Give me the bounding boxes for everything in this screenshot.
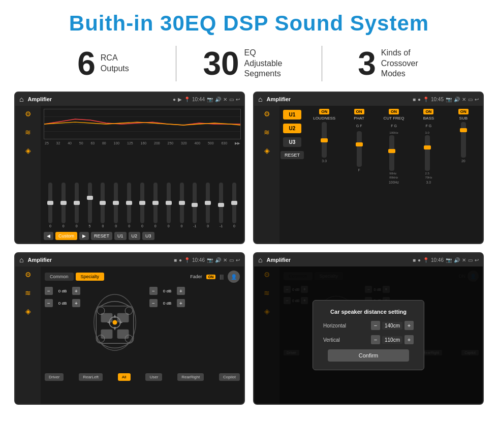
u2-btn[interactable]: U2: [129, 232, 141, 240]
confirm-button[interactable]: Confirm: [328, 349, 409, 362]
left-plus-2[interactable]: +: [72, 299, 80, 307]
reset-btn[interactable]: RESET: [91, 232, 112, 240]
loudness-slider[interactable]: [322, 122, 327, 158]
u3-preset-btn[interactable]: U3: [283, 137, 301, 147]
fader-settings-icon-2[interactable]: 👤: [228, 271, 240, 283]
fader-speaker-icon[interactable]: ◈: [25, 307, 31, 315]
eq-slider-6: 0: [127, 183, 131, 228]
left-minus-1[interactable]: −: [45, 287, 53, 295]
user-btn[interactable]: User: [145, 373, 162, 381]
amp-wave-icon[interactable]: ≋: [264, 128, 270, 136]
right-db-val-2: 0 dB: [160, 301, 175, 306]
all-btn[interactable]: All: [118, 373, 131, 381]
specialty-tab[interactable]: Specialty: [76, 273, 105, 281]
fader-wave-icon[interactable]: ≋: [25, 289, 31, 297]
topbar-icons-amp: ■ ● 📍 10:45 📷 🔊 ✕ ▭ ↩: [413, 97, 479, 102]
eq-graph: [44, 109, 241, 139]
phat-slider[interactable]: [357, 131, 362, 167]
time-eq: 10:44: [192, 97, 205, 102]
stats-row: 6 RCAOutputs 30 EQ AdjustableSegments 3 …: [0, 41, 498, 89]
amp-channel-sub: ON SUB 20: [447, 109, 480, 240]
stat-crossover: 3 Kinds ofCrossover Modes: [322, 47, 468, 80]
vertical-minus-btn[interactable]: −: [371, 335, 380, 344]
svg-point-16: [112, 320, 117, 324]
fader-settings-icon[interactable]: ⚙: [25, 271, 32, 279]
distance-dialog: Car speaker distance setting Horizontal …: [313, 300, 424, 370]
close-icon-3: ✕: [223, 257, 227, 263]
right-minus-1[interactable]: −: [149, 287, 158, 295]
eq-slider-14: 0: [232, 183, 236, 228]
horizontal-stepper: − 140cm +: [371, 321, 414, 330]
horizontal-plus-btn[interactable]: +: [404, 321, 414, 330]
eq-wave-icon[interactable]: ≋: [25, 128, 31, 136]
eq-settings-icon[interactable]: ⚙: [25, 110, 32, 118]
custom-btn[interactable]: Custom: [55, 232, 77, 240]
back-icon-2: ↩: [475, 97, 479, 102]
play-icon: ▶: [178, 97, 182, 102]
sub-label: SUB: [459, 116, 468, 121]
eq-slider-8: 0: [153, 183, 158, 228]
loudness-on-badge: ON: [319, 109, 329, 114]
window-icon-2: ▭: [468, 97, 473, 102]
close-icon-2: ✕: [462, 97, 466, 102]
svg-marker-18: [113, 327, 116, 330]
cutfreq-label: CUT FREQ: [384, 116, 404, 121]
window-icon-4: ▭: [468, 257, 473, 263]
back-icon-4: ↩: [475, 257, 479, 263]
dialog-title: Car speaker distance setting: [323, 309, 414, 315]
u3-btn[interactable]: U3: [142, 232, 154, 240]
eq-slider-11: -1: [193, 183, 197, 228]
distance-body: ⚙ ≋ ◈ Common Specialty ON 👤 − 0 dB: [254, 266, 483, 404]
u1-preset-btn[interactable]: U1: [283, 110, 301, 120]
right-db-row-2: − 0 dB +: [149, 299, 185, 307]
home-icon-4[interactable]: ⌂: [258, 256, 262, 264]
horizontal-minus-btn[interactable]: −: [371, 321, 380, 330]
bass-slider[interactable]: [425, 135, 430, 171]
driver-btn[interactable]: Driver: [45, 373, 64, 381]
eq-freq-labels: 2532405063 80100125160200 25032040050063…: [44, 141, 241, 145]
amp-settings-icon[interactable]: ⚙: [264, 110, 270, 118]
play-btn[interactable]: ▶: [79, 232, 89, 240]
svg-point-13: [125, 307, 133, 315]
eq-main-area: 2532405063 80100125160200 25032040050063…: [41, 106, 244, 243]
phat-label: PHAT: [354, 116, 364, 121]
prev-btn[interactable]: ◀: [44, 232, 53, 240]
amp-preset-sidebar: U1 U2 U3 RESET: [279, 106, 305, 243]
svg-rect-9: [117, 330, 129, 339]
rear-right-btn[interactable]: RearRight: [177, 373, 204, 381]
fader-text-label: Fader: [190, 274, 202, 279]
vertical-plus-btn[interactable]: +: [404, 335, 414, 344]
right-plus-2[interactable]: +: [177, 299, 185, 307]
u1-btn[interactable]: U1: [114, 232, 127, 240]
sub-slider[interactable]: [461, 122, 466, 158]
u2-preset-btn[interactable]: U2: [283, 124, 301, 133]
location-icon-3: 📍: [184, 257, 190, 263]
camera-icon: 📷: [207, 97, 213, 102]
vertical-value: 110cm: [382, 336, 402, 344]
rear-left-btn[interactable]: RearLeft: [79, 373, 103, 381]
amp-speaker-icon[interactable]: ◈: [264, 146, 270, 155]
left-minus-2[interactable]: −: [45, 299, 53, 307]
home-icon-2[interactable]: ⌂: [258, 95, 262, 103]
home-icon[interactable]: ⌂: [19, 95, 23, 103]
home-icon-3[interactable]: ⌂: [19, 256, 23, 264]
common-tab[interactable]: Common: [45, 273, 74, 281]
amp-channel-loudness: ON LOUDNESS 3.0: [308, 109, 340, 240]
right-db-row-1: − 0 dB +: [149, 287, 185, 295]
fader-on-badge: ON: [206, 275, 216, 279]
eq-slider-2: 0: [75, 183, 79, 228]
left-db-row-2: − 0 dB +: [45, 299, 80, 307]
sub-on-badge: ON: [458, 109, 469, 114]
copilot-btn[interactable]: Copilot: [219, 373, 240, 381]
right-plus-1[interactable]: +: [177, 287, 185, 295]
dot-icon-4: ■: [174, 257, 177, 263]
left-db-row-1: − 0 dB +: [45, 287, 80, 295]
eq-speaker-icon[interactable]: ◈: [25, 146, 31, 155]
amp-reset-btn[interactable]: RESET: [281, 151, 304, 159]
eq-body: ⚙ ≋ ◈: [15, 106, 244, 243]
left-plus-1[interactable]: +: [72, 287, 80, 295]
right-minus-2[interactable]: −: [149, 299, 158, 307]
stat-number-eq: 30: [203, 47, 239, 80]
cutfreq-slider[interactable]: [389, 135, 394, 171]
topbar-title-fader: Amplifier: [27, 257, 169, 263]
